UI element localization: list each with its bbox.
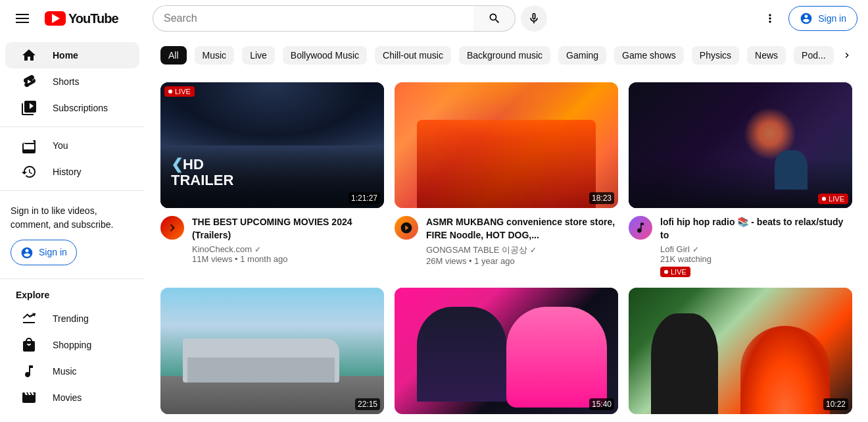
sidebar-item-subscriptions[interactable]: Subscriptions <box>5 95 139 121</box>
video-info-6: Science Experiment Goes Wrong ScienceGuy… <box>629 414 852 420</box>
hamburger-icon <box>16 14 29 23</box>
video-thumbnail-5: 15:40 <box>395 288 618 413</box>
verified-icon-1: ✓ <box>254 245 261 254</box>
sidebar-history-label: History <box>53 167 82 177</box>
explore-section-title: Explore <box>0 284 145 305</box>
youtube-icon-red <box>45 11 66 26</box>
sidebar-movies-label: Movies <box>53 392 82 403</box>
video-channel-3: Lofi Girl ✓ <box>660 244 852 254</box>
category-pods[interactable]: Pod... <box>794 46 834 65</box>
video-views-2: 26M views • 1 year ago <box>426 256 618 266</box>
sidebar-item-home[interactable]: Home <box>5 42 139 68</box>
search-input[interactable] <box>153 5 473 32</box>
video-title-1: THE BEST UPCOMING MOVIES 2024 (Trailers) <box>192 216 384 242</box>
video-duration-1: 1:21:27 <box>349 192 380 204</box>
header-center <box>153 5 547 32</box>
sign-in-button[interactable]: Sign in <box>788 6 857 31</box>
category-bollywood[interactable]: Bollywood Music <box>283 46 367 65</box>
sidebar-item-you[interactable]: You <box>5 132 139 159</box>
video-thumbnail-4: 22:15 <box>160 288 384 413</box>
views-text-3: 21K watching <box>660 254 711 264</box>
video-info-4: Tesla Cybertruck Review AutoChannel 5M v… <box>160 414 384 420</box>
you-svg <box>21 138 37 153</box>
music-icon <box>21 363 37 379</box>
thumb-text-container-1: ❮HDTRAILER <box>171 157 233 188</box>
video-title-3: lofi hip hop radio 📚 - beats to relax/st… <box>660 216 852 242</box>
menu-button[interactable] <box>11 9 34 28</box>
video-card-1[interactable]: LIVE ❮HDTRAILER 1:21:27 <box>160 82 384 277</box>
search-button[interactable] <box>473 5 516 32</box>
thumb-fire-6 <box>740 326 830 414</box>
shorts-icon <box>21 74 37 90</box>
you-icon <box>21 138 37 153</box>
video-info-1: THE BEST UPCOMING MOVIES 2024 (Trailers)… <box>160 208 384 264</box>
category-chillout[interactable]: Chill-out music <box>375 46 451 65</box>
microphone-icon <box>527 12 541 25</box>
sidebar-subscriptions-label: Subscriptions <box>53 103 108 113</box>
category-physics[interactable]: Physics <box>692 46 739 65</box>
live-top-badge-1: LIVE <box>164 86 195 97</box>
live-dot-3 <box>822 197 826 201</box>
video-views-1: 11M views • 1 month ago <box>192 254 384 264</box>
channel-name-3: Lofi Girl <box>660 244 690 254</box>
thumb-text-1: ❮HDTRAILER <box>171 157 233 188</box>
category-gameshows[interactable]: Game shows <box>614 46 684 65</box>
category-music[interactable]: Music <box>195 46 235 65</box>
sidebar-sign-in-button[interactable]: Sign in <box>11 240 77 265</box>
videos-container: LIVE ❮HDTRAILER 1:21:27 <box>145 74 868 420</box>
sidebar-divider-1 <box>0 126 145 127</box>
category-news[interactable]: News <box>747 46 786 65</box>
video-card-5[interactable]: 15:40 Animated Movie Clip AnimationHub <box>395 288 618 420</box>
movies-icon <box>21 390 37 406</box>
video-card-6[interactable]: 10:22 Science Experiment Goes Wrong Scie… <box>629 288 852 420</box>
shorts-svg <box>21 74 37 90</box>
avatar-icon-3 <box>634 221 647 234</box>
categories-bar: All Music Live Bollywood Music Chill-out… <box>145 37 868 74</box>
sidebar-item-trending[interactable]: Trending <box>5 305 139 332</box>
sidebar-item-shopping[interactable]: Shopping <box>5 332 139 358</box>
sidebar-item-movies[interactable]: Movies <box>5 384 139 411</box>
sidebar-trending-label: Trending <box>53 313 89 324</box>
youtube-logo[interactable]: YouTube <box>45 11 118 26</box>
thumb-char2-5 <box>506 307 607 408</box>
youtube-wordmark: YouTube <box>68 11 118 26</box>
sidebar-you-label: You <box>53 140 68 151</box>
sidebar-item-shorts[interactable]: Shorts <box>5 68 139 95</box>
time-text-2: 1 year ago <box>474 256 514 266</box>
sidebar-sign-in-label: Sign in <box>39 246 67 259</box>
sidebar: Home Shorts Subscriptions You <box>0 37 145 422</box>
dots-vertical-icon <box>763 12 777 25</box>
sidebar-item-history[interactable]: History <box>5 159 139 185</box>
video-card-4[interactable]: 22:15 Tesla Cybertruck Review AutoChanne… <box>160 288 384 420</box>
header-right: Sign in <box>757 5 857 32</box>
more-options-button[interactable] <box>757 5 783 32</box>
category-background-music[interactable]: Background music <box>459 46 550 65</box>
video-info-2: ASMR MUKBANG convenience store store, FI… <box>395 208 618 266</box>
videos-grid: LIVE ❮HDTRAILER 1:21:27 <box>160 82 852 420</box>
sidebar-shopping-label: Shopping <box>53 340 91 350</box>
category-all[interactable]: All <box>160 46 187 65</box>
channel-avatar-3 <box>629 216 652 240</box>
category-gaming[interactable]: Gaming <box>558 46 606 65</box>
video-card-2[interactable]: 18:23 ASMR MUKBANG convenience store sto… <box>395 82 618 277</box>
live-badge-text-3: LIVE <box>829 195 844 203</box>
views-text-1: 11M views <box>192 254 232 264</box>
search-icon <box>488 12 501 25</box>
avatar-icon-2 <box>400 221 413 234</box>
live-status-dot-3 <box>664 270 668 274</box>
shopping-svg <box>21 337 37 353</box>
views-text-2: 26M views <box>426 256 466 266</box>
video-title-2: ASMR MUKBANG convenience store store, FI… <box>426 216 618 242</box>
category-live[interactable]: Live <box>242 46 275 65</box>
sidebar-item-music[interactable]: Music <box>5 358 139 384</box>
video-card-3[interactable]: LIVE lofi hip hop radio 📚 - beats to rel… <box>629 82 852 277</box>
video-thumbnail-2: 18:23 <box>395 82 618 208</box>
youtube-play-icon <box>52 14 60 23</box>
categories-next-button[interactable] <box>842 45 852 66</box>
sidebar-divider-3 <box>0 278 145 279</box>
account-circle-icon <box>800 12 813 25</box>
verified-icon-2: ✓ <box>530 246 537 255</box>
voice-search-button[interactable] <box>521 5 547 32</box>
header-left: YouTube <box>11 9 142 28</box>
video-thumbnail-1: LIVE ❮HDTRAILER 1:21:27 <box>160 82 384 208</box>
